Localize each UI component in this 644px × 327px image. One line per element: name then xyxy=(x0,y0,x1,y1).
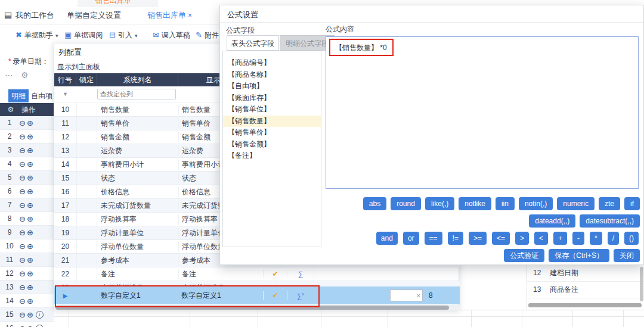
sum-formula-icon[interactable]: ∑ xyxy=(298,270,304,278)
table-row[interactable]: 4⊖⊕ xyxy=(0,157,54,171)
table-row[interactable]: 7⊖⊕ xyxy=(0,198,54,212)
formula-button--ctrl-s-[interactable]: 保存（Ctrl+S） xyxy=(549,249,609,262)
remove-row-icon[interactable]: ⊖ xyxy=(19,119,26,127)
formula-button--[interactable]: * xyxy=(590,232,602,245)
add-row-icon[interactable]: ⊕ xyxy=(27,160,33,169)
add-row-icon[interactable]: ⊕ xyxy=(27,119,33,127)
column-config-row[interactable]: 22备注备注✔∑ xyxy=(54,267,460,281)
table-row[interactable]: 9⊖⊕ xyxy=(0,226,54,239)
formula-field-item[interactable]: 【销售金额】 xyxy=(223,139,321,151)
formula-button--[interactable]: () xyxy=(624,232,639,245)
formula-button-iin[interactable]: iin xyxy=(496,197,515,210)
right-panel-vscrollbar[interactable] xyxy=(640,267,643,301)
add-row-icon[interactable]: ⊕ xyxy=(27,201,33,210)
clear-input-icon[interactable]: × xyxy=(417,292,420,299)
formula-field-item[interactable]: 【销售单位】 xyxy=(223,104,321,116)
table-row[interactable]: 11⊖⊕ xyxy=(0,253,54,267)
add-row-icon[interactable]: ⊕ xyxy=(27,256,33,264)
table-row[interactable]: 1⊖⊕ xyxy=(0,116,54,130)
add-row-icon[interactable]: ⊕ xyxy=(27,310,33,319)
toolbar-item-2[interactable]: ▣单据调阅 xyxy=(64,27,103,43)
table-row[interactable]: 16⊖⊕i xyxy=(0,322,54,327)
tab-free-items[interactable]: 自由项 xyxy=(29,89,55,102)
table-row[interactable]: 12⊖⊕ xyxy=(0,267,54,281)
remove-row-icon[interactable]: ⊖ xyxy=(19,146,26,155)
formula-field-item[interactable]: 【销售单价】 xyxy=(223,127,321,139)
scrollbar-thumb[interactable] xyxy=(55,306,449,310)
formula-field-item[interactable]: 【账面库存】 xyxy=(223,92,321,104)
formula-button--[interactable]: >= xyxy=(469,232,487,245)
add-row-icon[interactable]: ⊕ xyxy=(27,297,33,306)
formula-button--[interactable]: + xyxy=(553,232,567,245)
toolbar-item-1[interactable]: ✖单据助手▾ xyxy=(16,27,58,43)
formula-button-datesubtract-[interactable]: datesubtract(,,) xyxy=(580,214,640,228)
table-row[interactable]: 14⊖⊕ xyxy=(0,294,54,308)
formula-button--[interactable]: < xyxy=(534,232,548,245)
formula-button--[interactable]: <= xyxy=(492,232,510,245)
remove-row-icon[interactable]: ⊖ xyxy=(19,242,26,251)
remove-row-icon[interactable]: ⊖ xyxy=(19,214,26,223)
grid-gear-icon[interactable]: ⚙ xyxy=(0,105,21,114)
nav-tab-sales-delivery[interactable]: 销售出库单× xyxy=(147,7,192,24)
formula-button-zte[interactable]: zte xyxy=(599,197,620,210)
add-row-icon[interactable]: ⊕ xyxy=(27,269,33,278)
info-icon[interactable]: i xyxy=(36,311,44,319)
formula-button-round[interactable]: round xyxy=(391,197,421,210)
remove-row-icon[interactable]: ⊖ xyxy=(19,256,26,264)
formula-button--[interactable]: == xyxy=(425,232,442,245)
table-row[interactable]: 8⊖⊕ xyxy=(0,212,54,226)
formula-button--[interactable]: > xyxy=(515,232,529,245)
formula-button-abs[interactable]: abs xyxy=(363,197,386,210)
remove-row-icon[interactable]: ⊖ xyxy=(19,132,26,141)
formula-button--[interactable]: / xyxy=(608,232,619,245)
formula-field-item[interactable]: 【商品名称】 xyxy=(223,69,321,81)
add-row-icon[interactable]: ⊕ xyxy=(27,132,33,141)
ellipsis-icon[interactable]: ⋯ xyxy=(5,70,13,80)
decimal-input[interactable]: × xyxy=(390,289,423,301)
remove-row-icon[interactable]: ⊖ xyxy=(19,297,26,306)
toolbar-item-4[interactable]: ✉调入草稿 xyxy=(153,27,190,43)
formula-button-notin-[interactable]: notin(,) xyxy=(519,197,553,210)
formula-field-item[interactable]: 【商品编号】 xyxy=(223,57,321,69)
nav-tab-workbench[interactable]: 我的工作台 xyxy=(16,7,54,24)
right-panel-hscrollbar[interactable] xyxy=(528,303,642,307)
list-item[interactable]: 12建档日期 xyxy=(527,265,644,282)
remove-row-icon[interactable]: ⊖ xyxy=(19,187,26,196)
table-row[interactable]: 15⊖⊕i xyxy=(0,308,54,322)
sum-formula-icon[interactable]: ∑x xyxy=(297,292,305,300)
remove-row-icon[interactable]: ⊖ xyxy=(19,310,26,319)
add-row-icon[interactable]: ⊕ xyxy=(27,146,33,155)
formula-field-item[interactable]: 【自由项】 xyxy=(223,80,321,92)
info-icon[interactable]: i xyxy=(36,325,44,327)
toolbar-item-5[interactable]: ✎附件 xyxy=(196,27,219,43)
horizontal-scrollbar[interactable] xyxy=(54,305,460,310)
table-row[interactable]: 5⊖⊕ xyxy=(0,171,54,185)
formula-button-notlike[interactable]: notlike xyxy=(459,197,491,210)
add-row-icon[interactable]: ⊕ xyxy=(27,214,33,223)
table-row[interactable]: 3⊖⊕ xyxy=(0,144,54,157)
formula-button-like-[interactable]: like(,) xyxy=(425,197,454,210)
table-row[interactable]: 13⊖⊕ xyxy=(0,281,54,294)
decimal-input-field[interactable] xyxy=(391,290,417,301)
remove-row-icon[interactable]: ⊖ xyxy=(19,269,26,278)
nav-tab-doc-custom-settings[interactable]: 单据自定义设置 xyxy=(67,7,121,24)
formula-button-numeric[interactable]: numeric xyxy=(557,197,595,210)
formula-button--[interactable]: 公式验证 xyxy=(504,249,544,262)
add-row-icon[interactable]: ⊕ xyxy=(27,173,33,182)
list-item[interactable]: 13商品备注 xyxy=(527,282,644,298)
formula-field-item[interactable]: 【销售数量】 xyxy=(223,116,321,127)
formula-button-if[interactable]: if xyxy=(624,197,640,210)
add-row-icon[interactable]: ⊕ xyxy=(27,242,33,251)
filter-funnel-icon[interactable]: ▼ xyxy=(54,91,76,97)
formula-button--[interactable]: != xyxy=(448,232,463,245)
formula-button--[interactable]: 关闭 xyxy=(614,249,640,262)
table-row[interactable]: 6⊖⊕ xyxy=(0,185,54,198)
add-row-icon[interactable]: ⊕ xyxy=(27,324,33,327)
toolbar-item-3[interactable]: ⊟引入▾ xyxy=(109,27,137,43)
remove-row-icon[interactable]: ⊖ xyxy=(19,283,26,292)
selected-column-row[interactable]: ▶ 数字自定义1 数字自定义1 ✔ ∑x × 8 xyxy=(54,286,460,304)
remove-row-icon[interactable]: ⊖ xyxy=(19,228,26,237)
formula-content-box[interactable]: 【销售数量】 *0 xyxy=(326,36,639,189)
gear-icon[interactable]: ⚙ xyxy=(21,70,29,80)
remove-row-icon[interactable]: ⊖ xyxy=(19,324,26,327)
